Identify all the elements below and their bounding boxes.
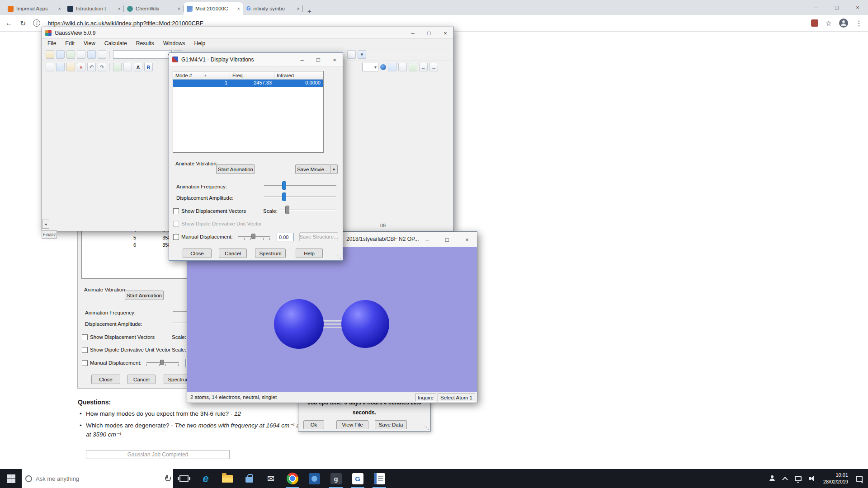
show-displacement-vectors-checkbox[interactable] — [173, 208, 179, 214]
spectrum-button[interactable]: Spectrum — [255, 249, 286, 258]
maximize-button[interactable]: □ — [437, 232, 457, 247]
open-file-icon[interactable] — [56, 50, 65, 59]
menu-help[interactable]: Help — [194, 40, 206, 47]
close-button[interactable]: × — [457, 232, 477, 247]
maximize-button[interactable]: □ — [310, 53, 326, 66]
view-icon[interactable] — [347, 50, 356, 59]
new-file-icon[interactable] — [46, 50, 54, 59]
cut-icon[interactable] — [46, 63, 54, 71]
gaussview-app-button[interactable]: G — [347, 469, 368, 488]
system-tray: 10:01 28/02/2019 — [769, 472, 868, 485]
minimize-button[interactable]: – — [417, 232, 437, 247]
gaussian-icon: g — [330, 473, 342, 484]
minimize-button[interactable]: – — [405, 27, 421, 39]
store-app-button[interactable] — [238, 469, 260, 488]
animation-frequency-slider[interactable] — [264, 181, 336, 190]
scroll-left-fragment[interactable]: ◂ — [42, 220, 49, 229]
view-file-button[interactable]: View File — [336, 420, 368, 429]
people-icon[interactable] — [769, 475, 775, 482]
element-icon[interactable] — [98, 50, 106, 59]
start-animation-button[interactable]: Start Animation — [216, 164, 255, 174]
save-movie-button[interactable]: Save Movie... — [295, 164, 330, 174]
nitrogen-atom[interactable] — [341, 300, 389, 348]
scale-slider[interactable] — [279, 206, 336, 214]
search-input[interactable] — [36, 475, 160, 482]
gaussview-icon: G — [352, 473, 363, 484]
tile-windows-icon[interactable] — [409, 63, 417, 71]
chrome-app-button[interactable] — [282, 469, 303, 488]
close-button[interactable]: × — [437, 27, 453, 39]
residue-icon[interactable]: R — [144, 63, 153, 71]
table-header[interactable]: Mode #▲ Freq Infrared — [173, 71, 323, 80]
action-center-icon[interactable] — [856, 476, 863, 482]
manual-displacement-value[interactable] — [277, 233, 294, 241]
toolbar-separator — [109, 63, 110, 71]
manual-displacement-slider[interactable] — [238, 233, 270, 240]
taskbar-clock[interactable]: 10:01 28/02/2019 — [823, 472, 848, 485]
close-button[interactable]: Close — [183, 249, 212, 258]
show-hidden-icons-chevron[interactable] — [782, 477, 788, 483]
table-row-selected[interactable]: 1 2457.33 0.0000 — [173, 80, 323, 87]
grid-icon[interactable] — [398, 63, 407, 71]
cancel-button[interactable]: Cancel — [219, 249, 247, 258]
delete-icon[interactable]: × — [77, 63, 85, 71]
save-data-button[interactable]: Save Data — [375, 420, 407, 429]
molecule-statusbar: 2 atoms, 14 electrons, neutral, singlet … — [187, 392, 477, 403]
menu-file[interactable]: File — [47, 40, 56, 47]
help-button[interactable]: Help — [296, 249, 323, 258]
view-combo[interactable]: ▾ — [362, 63, 378, 71]
file-explorer-button[interactable] — [217, 469, 238, 488]
wordpad-app-button[interactable] — [368, 469, 390, 488]
undo-icon[interactable]: ↶ — [87, 63, 96, 71]
finalize-button-fragment[interactable]: Finaliz — [42, 230, 57, 239]
menu-edit[interactable]: Edit — [65, 40, 75, 47]
mail-app-button[interactable]: ✉ — [260, 469, 282, 488]
maximize-button[interactable]: □ — [421, 27, 437, 39]
start-button[interactable] — [0, 469, 22, 488]
atom-label-icon[interactable]: A — [134, 63, 142, 71]
close-button[interactable]: × — [326, 53, 343, 66]
scale-label: Scale: — [263, 208, 278, 214]
menu-calculate[interactable]: Calculate — [104, 40, 127, 47]
resize-grip-icon[interactable]: ⋱ — [336, 254, 341, 260]
menu-windows[interactable]: Windows — [163, 40, 185, 47]
print-icon[interactable] — [77, 50, 85, 59]
copy-icon[interactable] — [56, 63, 65, 71]
gaussian-app-button[interactable]: g — [325, 469, 347, 488]
speaker-icon[interactable] — [809, 476, 816, 481]
molecule-canvas[interactable] — [187, 247, 477, 392]
nitrogen-atom[interactable] — [274, 299, 324, 349]
redo-icon[interactable]: ↷ — [98, 63, 106, 71]
ok-button[interactable]: Ok — [303, 420, 324, 429]
toolbar-separator — [109, 51, 110, 59]
angle-tool-icon[interactable] — [123, 63, 132, 71]
task-view-button[interactable] — [173, 469, 195, 488]
resize-grip-icon[interactable]: ⋱ — [424, 425, 429, 431]
minimize-button[interactable]: – — [294, 53, 310, 66]
atom-sphere-icon[interactable] — [380, 64, 386, 70]
menu-results[interactable]: Results — [136, 40, 154, 47]
back-view-icon[interactable]: ← — [419, 63, 428, 71]
save-movie-dropdown-icon[interactable]: ▾ — [330, 164, 338, 174]
bond-tool-icon[interactable] — [113, 63, 122, 71]
taskbar-search-box[interactable] — [22, 469, 173, 488]
gaussview-titlebar[interactable]: GaussView 5.0.9 – □ × — [42, 27, 453, 39]
list-icon[interactable]: ▾ — [358, 50, 366, 59]
fragment-icon[interactable] — [87, 50, 96, 59]
edge-app-button[interactable]: e — [195, 469, 217, 488]
forward-view-icon[interactable]: → — [429, 63, 438, 71]
displacement-amplitude-slider[interactable] — [264, 192, 336, 201]
network-icon[interactable] — [795, 476, 802, 481]
displacement-amplitude-label: Displacement Amplitude: — [176, 195, 234, 201]
fragment-combo[interactable]: ▾ — [113, 50, 172, 59]
microphone-icon[interactable] — [164, 475, 170, 482]
photos-app-button[interactable] — [303, 469, 325, 488]
dialog-titlebar[interactable]: G1:M4:V1 - Display Vibrations – □ × — [169, 53, 343, 66]
animate-label: Animate Vibration: — [175, 161, 218, 166]
manual-displacement-checkbox[interactable] — [173, 234, 179, 240]
display-format-icon[interactable] — [388, 63, 396, 71]
menu-view[interactable]: View — [84, 40, 95, 47]
vibrations-table[interactable]: Mode #▲ Freq Infrared 1 2457.33 0.0000 — [173, 71, 324, 153]
paste-icon[interactable] — [66, 63, 75, 71]
save-file-icon[interactable] — [66, 50, 75, 59]
